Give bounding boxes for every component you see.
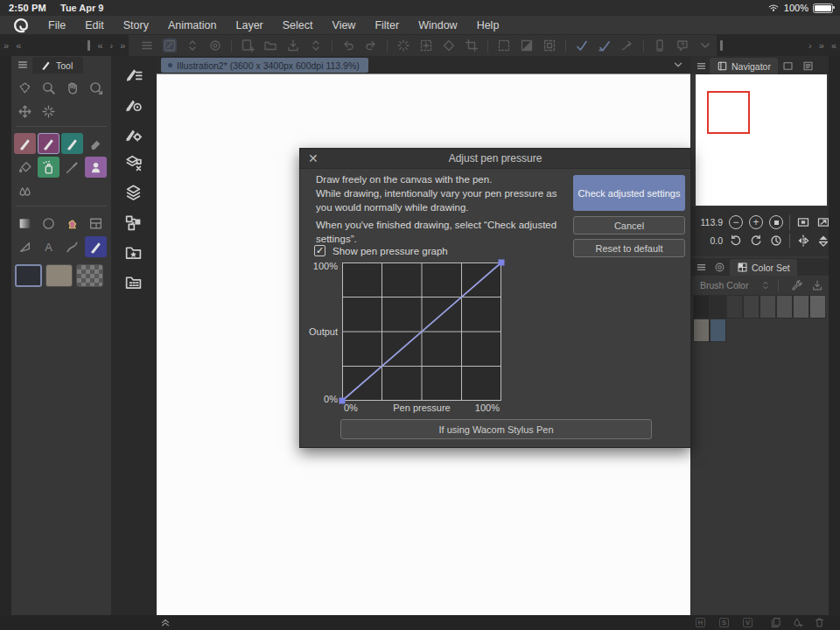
color-set-menu-icon[interactable] — [696, 262, 707, 273]
color-set-dropdown[interactable]: Brush Color — [700, 280, 748, 290]
menu-select[interactable]: Select — [273, 19, 323, 32]
brush-settings-palette-icon[interactable] — [124, 124, 143, 143]
pencil-tool[interactable] — [38, 133, 60, 154]
layer-palette-icon[interactable] — [124, 184, 143, 202]
main-menu-icon[interactable] — [140, 38, 154, 52]
color-swatch[interactable] — [710, 318, 726, 342]
clip-studio-home-icon[interactable] — [208, 38, 222, 52]
eraser-tool[interactable] — [85, 133, 107, 154]
save-file-icon[interactable] — [286, 38, 300, 52]
left-dock-collapse-icon[interactable]: » — [116, 40, 129, 51]
redo-icon[interactable] — [364, 38, 378, 52]
expand-bottom-icon[interactable] — [159, 616, 172, 628]
copy-layer-icon[interactable] — [770, 617, 781, 628]
material-palette-icon[interactable] — [124, 243, 143, 262]
open-file-icon[interactable] — [263, 38, 277, 52]
hand-tool[interactable] — [61, 77, 83, 98]
main-color-chip[interactable] — [15, 264, 42, 287]
color-swatch[interactable] — [726, 295, 743, 318]
collapse-left-icon[interactable]: » — [0, 40, 12, 51]
color-swatch[interactable] — [693, 295, 710, 318]
s-slider-toggle[interactable]: S — [719, 618, 729, 627]
delete-layer-icon[interactable] — [814, 617, 825, 628]
v-slider-toggle[interactable]: V — [743, 618, 752, 627]
new-canvas-icon[interactable] — [241, 38, 255, 52]
clip-studio-logo-icon[interactable] — [12, 17, 30, 34]
correction-tool[interactable] — [85, 236, 107, 257]
snap-to-special-ruler-icon[interactable] — [598, 38, 612, 52]
tool-palette-menu-icon[interactable] — [17, 59, 29, 71]
erase-selection-icon[interactable] — [442, 38, 456, 52]
layer-property-palette-icon[interactable] — [124, 154, 143, 172]
menu-view[interactable]: View — [323, 19, 366, 32]
check-adjusted-settings-button[interactable]: Check adjusted settings — [573, 175, 685, 211]
rotate-view-tool[interactable] — [85, 77, 107, 98]
auto-action-palette-icon[interactable] — [124, 214, 143, 232]
edit-color-set-icon[interactable] — [790, 279, 802, 291]
new-layer-icon[interactable] — [792, 617, 803, 628]
import-color-set-icon[interactable] — [811, 279, 823, 291]
flip-horizontal-icon[interactable] — [796, 234, 810, 248]
tab-navigator[interactable]: Navigator — [710, 58, 778, 74]
select-again-icon[interactable] — [542, 38, 556, 52]
zoom-in-button[interactable]: + — [749, 215, 763, 229]
tab-information[interactable] — [798, 58, 818, 74]
color-swatch[interactable] — [809, 295, 826, 318]
rotate-left-icon[interactable] — [729, 234, 743, 248]
frame-border-tool[interactable] — [85, 213, 107, 234]
pen-tool[interactable] — [14, 133, 36, 154]
menu-window[interactable]: Window — [409, 19, 466, 32]
menu-edit[interactable]: Edit — [75, 19, 114, 32]
color-swatch[interactable] — [776, 295, 793, 318]
polyline-tool[interactable] — [14, 236, 36, 257]
right-dock-expand-icon[interactable]: « — [828, 40, 840, 51]
show-graph-checkbox[interactable]: ✓ — [314, 245, 326, 256]
pen-pressure-graph[interactable]: 100% Output 0% 0% Pen pressure 100% — [342, 262, 501, 401]
edit-canvas-icon[interactable] — [163, 38, 177, 52]
menu-file[interactable]: File — [38, 19, 75, 32]
tab-list-chevron-icon[interactable] — [672, 59, 684, 71]
menu-help[interactable]: Help — [467, 19, 509, 32]
sub-color-chip[interactable] — [46, 264, 73, 287]
fill-tool[interactable] — [14, 157, 36, 178]
clear-icon[interactable] — [396, 38, 410, 52]
expand-left-icon[interactable]: « — [12, 40, 24, 51]
gradient-tool[interactable] — [14, 213, 36, 234]
eyedropper-tool[interactable] — [61, 157, 83, 178]
tab-sub-view[interactable] — [778, 58, 798, 74]
fit-to-screen-icon[interactable] — [796, 215, 810, 229]
brush-tool[interactable] — [61, 133, 83, 154]
tab-color-set[interactable]: Color Set — [730, 259, 797, 276]
transparent-color-chip[interactable] — [76, 264, 103, 287]
color-swatch[interactable] — [743, 295, 760, 318]
color-swatch[interactable] — [693, 318, 710, 342]
curve-tool[interactable] — [61, 236, 83, 257]
snap-to-ruler-icon[interactable] — [575, 38, 589, 52]
figure-tool[interactable] — [38, 213, 60, 234]
undo-icon[interactable] — [341, 38, 355, 52]
tab-tool[interactable]: Tool — [32, 57, 83, 74]
palette-grip-right[interactable] — [720, 40, 723, 51]
help-bubble-icon[interactable] — [676, 38, 690, 52]
airbrush-tool[interactable] — [38, 157, 60, 178]
menu-story[interactable]: Story — [114, 19, 158, 32]
navigator-preview[interactable] — [696, 74, 827, 206]
menu-animation[interactable]: Animation — [158, 19, 227, 32]
invert-selection-icon[interactable] — [520, 38, 534, 52]
object-tool[interactable] — [38, 101, 60, 122]
menu-layer[interactable]: Layer — [226, 19, 272, 32]
h-slider-toggle[interactable]: H — [696, 618, 705, 627]
right-dock-collapse-icon[interactable]: » — [816, 40, 828, 51]
clear-outside-icon[interactable] — [419, 38, 433, 52]
workspace-switch-icon[interactable] — [186, 38, 200, 52]
document-tab[interactable]: Illustration2* (3600 x 3400px 600dpi 113… — [161, 58, 368, 73]
text-tool[interactable]: A — [38, 236, 60, 257]
zoom-out-button[interactable]: − — [729, 215, 743, 229]
color-swatch[interactable] — [710, 295, 726, 318]
sub-tool-palette-icon[interactable] — [124, 65, 143, 83]
viewport-rectangle[interactable] — [707, 91, 750, 134]
stamp-tool[interactable] — [85, 157, 107, 178]
all-palettes-icon[interactable] — [124, 273, 143, 291]
reset-rotation-icon[interactable] — [769, 234, 783, 248]
kneaded-eraser-tool[interactable] — [14, 77, 36, 98]
